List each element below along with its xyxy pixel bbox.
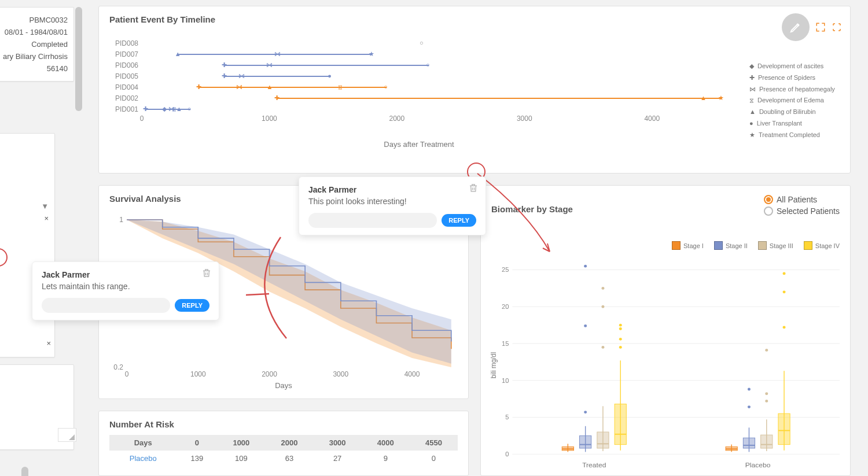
scrollbar-thumb[interactable] xyxy=(75,7,82,111)
scrollbar-thumb[interactable] xyxy=(21,467,28,476)
delete-comment-button[interactable] xyxy=(201,268,212,280)
svg-text:10: 10 xyxy=(502,377,509,384)
trash-icon xyxy=(468,183,479,193)
svg-text:0.2: 0.2 xyxy=(113,363,123,371)
svg-text:5: 5 xyxy=(505,414,509,421)
svg-rect-54 xyxy=(761,435,773,448)
comment-author: Jack Parmer xyxy=(42,270,209,279)
svg-point-62 xyxy=(783,326,786,329)
svg-text:20: 20 xyxy=(502,303,509,310)
pencil-icon xyxy=(789,21,802,34)
patient-filter-radio: All Patients Selected Patients xyxy=(764,193,840,218)
reply-input[interactable] xyxy=(42,298,170,313)
svg-text:15: 15 xyxy=(502,340,509,347)
biomarker-legend: Stage I Stage II Stage III Stage IV xyxy=(672,241,840,250)
svg-point-40 xyxy=(619,346,622,349)
comment-bubble: Jack Parmer Lets maintain this range. RE… xyxy=(32,261,219,320)
svg-point-35 xyxy=(601,305,604,308)
svg-point-29 xyxy=(584,324,587,327)
timeline-legend: ◆Development of ascites ✚Presence of Spi… xyxy=(749,61,842,141)
svg-point-41 xyxy=(619,338,622,341)
radio-all-patients[interactable]: All Patients xyxy=(764,195,840,204)
reply-button[interactable]: REPLY xyxy=(175,299,209,312)
delete-comment-button[interactable] xyxy=(468,183,479,195)
hourglass-icon: ⧖ xyxy=(749,95,754,106)
radio-dot-icon xyxy=(764,206,773,216)
svg-rect-26 xyxy=(580,436,591,448)
study-status: Completed xyxy=(0,40,68,49)
annotation-curve xyxy=(246,231,315,347)
close-icon[interactable]: × xyxy=(46,339,51,348)
comment-author: Jack Parmer xyxy=(308,185,476,194)
svg-rect-60 xyxy=(778,414,790,445)
svg-point-36 xyxy=(601,287,604,290)
timeline-card: Patient Event By Timeline PID008○PID007▲… xyxy=(98,6,851,174)
svg-text:4000: 4000 xyxy=(404,370,420,378)
svg-point-51 xyxy=(748,405,751,408)
annotation-marker xyxy=(0,248,8,267)
dropdown-caret-icon[interactable]: ▼ xyxy=(41,202,49,211)
study-misc-number: 56140 xyxy=(0,64,68,73)
table-row: Placebo139109632790 xyxy=(109,451,458,466)
trash-icon xyxy=(201,268,212,278)
left-sidebar: PBMC0032 08/01 - 1984/08/01 Completed ar… xyxy=(0,0,87,476)
timeline-chart: PID008○PID007▲⋈★PID006✚⋈○PID005✚⋈●PID004… xyxy=(109,38,729,165)
study-id: PBMC0032 xyxy=(0,16,68,24)
comment-bubble: Jack Parmer This point looks interesting… xyxy=(299,176,486,235)
study-date-range: 08/01 - 1984/08/01 xyxy=(0,28,68,36)
resize-handle[interactable] xyxy=(58,428,76,442)
svg-text:0: 0 xyxy=(125,370,129,378)
triangle-icon: ▲ xyxy=(749,106,756,118)
close-icon[interactable]: × xyxy=(0,214,49,223)
svg-point-63 xyxy=(783,290,786,293)
study-summary-card: PBMC0032 08/01 - 1984/08/01 Completed ar… xyxy=(0,7,74,82)
biomarker-chart: 0510152025bili mg/dlTreatedPlacebo xyxy=(489,260,840,471)
edit-button[interactable] xyxy=(782,13,810,41)
plus-icon: ✚ xyxy=(749,72,755,84)
risk-table: Days010002000300040004550 Placebo1391096… xyxy=(109,435,458,466)
svg-text:Placebo: Placebo xyxy=(745,462,771,470)
svg-text:Treated: Treated xyxy=(582,462,606,470)
svg-text:1: 1 xyxy=(119,217,123,224)
svg-point-58 xyxy=(765,349,768,352)
svg-point-64 xyxy=(783,272,786,275)
study-disease: ary Biliary Cirrhosis xyxy=(0,52,68,61)
risk-card: Number At Risk Days010002000300040004550… xyxy=(98,411,469,476)
svg-point-34 xyxy=(601,346,604,349)
svg-rect-38 xyxy=(615,404,626,445)
svg-rect-32 xyxy=(597,432,609,448)
card-title: Patient Event By Timeline xyxy=(109,14,840,24)
radio-dot-icon xyxy=(764,195,773,204)
comment-message: Lets maintain this range. xyxy=(42,282,209,291)
bowtie-icon: ⋈ xyxy=(749,84,756,95)
svg-point-56 xyxy=(765,400,768,403)
svg-text:Days: Days xyxy=(275,381,292,390)
svg-point-43 xyxy=(619,324,622,327)
svg-rect-49 xyxy=(743,438,755,448)
filter-card: ▼ × 005 × xyxy=(0,133,55,357)
svg-text:2000: 2000 xyxy=(262,370,277,378)
radio-selected-patients[interactable]: Selected Patients xyxy=(764,206,840,216)
svg-text:3000: 3000 xyxy=(333,370,348,378)
svg-text:25: 25 xyxy=(502,267,509,274)
reply-input[interactable] xyxy=(308,213,437,228)
svg-text:bili mg/dl: bili mg/dl xyxy=(490,352,498,378)
svg-point-52 xyxy=(748,388,751,391)
dot-icon: ● xyxy=(749,118,753,130)
annotation-arrow xyxy=(475,171,567,263)
svg-text:1000: 1000 xyxy=(190,370,206,378)
diamond-icon: ◆ xyxy=(749,61,754,72)
reply-button[interactable]: REPLY xyxy=(442,214,476,227)
table-header: Days010002000300040004550 xyxy=(109,435,458,451)
svg-text:0: 0 xyxy=(505,451,509,457)
svg-point-30 xyxy=(584,265,587,268)
svg-point-28 xyxy=(584,411,587,414)
focus-icon[interactable] xyxy=(832,22,842,32)
star-icon: ★ xyxy=(749,130,755,141)
card-title: Number At Risk xyxy=(109,419,458,429)
svg-point-42 xyxy=(619,327,622,330)
svg-point-57 xyxy=(765,392,768,395)
expand-icon[interactable] xyxy=(815,22,826,32)
comment-message: This point looks interesting! xyxy=(308,197,476,206)
